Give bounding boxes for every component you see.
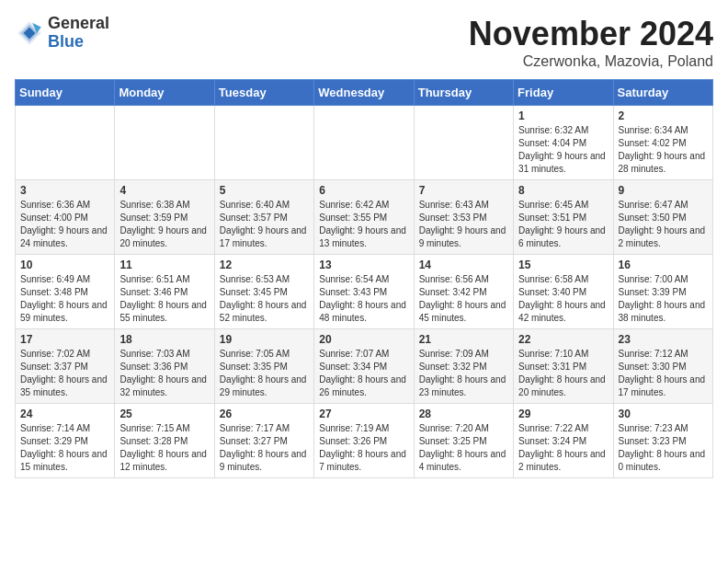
day-number: 13 (319, 259, 408, 271)
day-info: Sunrise: 6:34 AM Sunset: 4:02 PM Dayligh… (619, 124, 708, 176)
day-info: Sunrise: 6:40 AM Sunset: 3:57 PM Dayligh… (220, 199, 309, 250)
day-info: Sunrise: 6:45 AM Sunset: 3:51 PM Dayligh… (518, 199, 608, 250)
day-info: Sunrise: 6:47 AM Sunset: 3:50 PM Dayligh… (619, 199, 708, 250)
day-number: 1 (518, 109, 608, 122)
day-number: 20 (319, 333, 408, 346)
day-number: 23 (619, 333, 708, 346)
calendar-cell (214, 106, 313, 180)
calendar-cell: 17Sunrise: 7:02 AM Sunset: 3:37 PM Dayli… (16, 329, 115, 404)
day-info: Sunrise: 6:54 AM Sunset: 3:43 PM Dayligh… (319, 273, 408, 325)
calendar-cell: 7Sunrise: 6:43 AM Sunset: 3:53 PM Daylig… (414, 180, 513, 255)
day-number: 11 (119, 259, 209, 271)
day-info: Sunrise: 6:36 AM Sunset: 4:00 PM Dayligh… (20, 199, 109, 250)
calendar-cell: 12Sunrise: 6:53 AM Sunset: 3:45 PM Dayli… (214, 255, 313, 329)
calendar-cell: 28Sunrise: 7:20 AM Sunset: 3:25 PM Dayli… (414, 404, 513, 478)
calendar-cell: 26Sunrise: 7:17 AM Sunset: 3:27 PM Dayli… (214, 404, 313, 478)
day-number: 5 (220, 184, 309, 197)
logo: General Blue (15, 15, 109, 52)
calendar-cell: 23Sunrise: 7:12 AM Sunset: 3:30 PM Dayli… (613, 329, 712, 404)
day-info: Sunrise: 7:00 AM Sunset: 3:39 PM Dayligh… (619, 273, 708, 325)
day-number: 16 (619, 259, 708, 271)
month-title: November 2024 (469, 15, 713, 53)
calendar-cell: 4Sunrise: 6:38 AM Sunset: 3:59 PM Daylig… (115, 180, 214, 255)
calendar-cell: 19Sunrise: 7:05 AM Sunset: 3:35 PM Dayli… (214, 329, 313, 404)
col-header-wednesday: Wednesday (314, 80, 414, 106)
day-info: Sunrise: 7:02 AM Sunset: 3:37 PM Dayligh… (20, 348, 109, 399)
day-info: Sunrise: 6:49 AM Sunset: 3:48 PM Dayligh… (20, 273, 109, 325)
day-number: 12 (220, 259, 309, 271)
day-number: 19 (220, 333, 309, 346)
calendar-cell: 30Sunrise: 7:23 AM Sunset: 3:23 PM Dayli… (613, 404, 712, 478)
day-info: Sunrise: 7:10 AM Sunset: 3:31 PM Dayligh… (518, 348, 608, 399)
day-number: 6 (319, 184, 408, 197)
day-info: Sunrise: 6:53 AM Sunset: 3:45 PM Dayligh… (220, 273, 309, 325)
calendar-cell: 14Sunrise: 6:56 AM Sunset: 3:42 PM Dayli… (414, 255, 513, 329)
col-header-sunday: Sunday (16, 80, 115, 106)
calendar-cell: 6Sunrise: 6:42 AM Sunset: 3:55 PM Daylig… (314, 180, 414, 255)
day-number: 15 (518, 259, 608, 271)
day-info: Sunrise: 7:14 AM Sunset: 3:29 PM Dayligh… (20, 422, 109, 474)
day-info: Sunrise: 6:51 AM Sunset: 3:46 PM Dayligh… (119, 273, 209, 325)
calendar-cell: 3Sunrise: 6:36 AM Sunset: 4:00 PM Daylig… (16, 180, 115, 255)
day-number: 24 (20, 408, 109, 420)
calendar-cell: 24Sunrise: 7:14 AM Sunset: 3:29 PM Dayli… (16, 404, 115, 478)
day-info: Sunrise: 7:20 AM Sunset: 3:25 PM Dayligh… (419, 422, 508, 474)
day-info: Sunrise: 7:03 AM Sunset: 3:36 PM Dayligh… (119, 348, 209, 399)
day-number: 3 (20, 184, 109, 197)
day-info: Sunrise: 7:09 AM Sunset: 3:32 PM Dayligh… (419, 348, 508, 399)
day-number: 14 (419, 259, 508, 271)
calendar-cell: 18Sunrise: 7:03 AM Sunset: 3:36 PM Dayli… (115, 329, 214, 404)
col-header-friday: Friday (514, 80, 613, 106)
day-info: Sunrise: 7:23 AM Sunset: 3:23 PM Dayligh… (619, 422, 708, 474)
day-info: Sunrise: 6:43 AM Sunset: 3:53 PM Dayligh… (419, 199, 508, 250)
day-number: 7 (419, 184, 508, 197)
day-number: 18 (119, 333, 209, 346)
day-info: Sunrise: 6:56 AM Sunset: 3:42 PM Dayligh… (419, 273, 508, 325)
day-info: Sunrise: 6:42 AM Sunset: 3:55 PM Dayligh… (319, 199, 408, 250)
logo-icon (15, 18, 44, 48)
day-number: 17 (20, 333, 109, 346)
calendar-cell: 11Sunrise: 6:51 AM Sunset: 3:46 PM Dayli… (115, 255, 214, 329)
calendar-cell: 20Sunrise: 7:07 AM Sunset: 3:34 PM Dayli… (314, 329, 414, 404)
calendar-cell: 1Sunrise: 6:32 AM Sunset: 4:04 PM Daylig… (514, 106, 613, 180)
day-number: 10 (20, 259, 109, 271)
day-number: 29 (518, 408, 608, 420)
calendar-cell: 9Sunrise: 6:47 AM Sunset: 3:50 PM Daylig… (613, 180, 712, 255)
day-number: 28 (419, 408, 508, 420)
calendar-cell (314, 106, 414, 180)
day-number: 4 (119, 184, 209, 197)
day-number: 21 (419, 333, 508, 346)
day-number: 2 (619, 109, 708, 122)
col-header-saturday: Saturday (613, 80, 712, 106)
calendar-cell: 5Sunrise: 6:40 AM Sunset: 3:57 PM Daylig… (214, 180, 313, 255)
calendar-cell: 25Sunrise: 7:15 AM Sunset: 3:28 PM Dayli… (115, 404, 214, 478)
day-info: Sunrise: 7:15 AM Sunset: 3:28 PM Dayligh… (119, 422, 209, 474)
title-block: November 2024 Czerwonka, Mazovia, Poland (469, 15, 713, 70)
calendar-cell (16, 106, 115, 180)
calendar-cell: 22Sunrise: 7:10 AM Sunset: 3:31 PM Dayli… (514, 329, 613, 404)
day-info: Sunrise: 7:22 AM Sunset: 3:24 PM Dayligh… (518, 422, 608, 474)
day-number: 26 (220, 408, 309, 420)
day-number: 30 (619, 408, 708, 420)
col-header-tuesday: Tuesday (214, 80, 313, 106)
location-subtitle: Czerwonka, Mazovia, Poland (469, 53, 713, 70)
day-info: Sunrise: 6:32 AM Sunset: 4:04 PM Dayligh… (518, 124, 608, 176)
day-info: Sunrise: 6:38 AM Sunset: 3:59 PM Dayligh… (119, 199, 209, 250)
calendar-cell (414, 106, 513, 180)
day-info: Sunrise: 7:05 AM Sunset: 3:35 PM Dayligh… (220, 348, 309, 399)
calendar-cell: 27Sunrise: 7:19 AM Sunset: 3:26 PM Dayli… (314, 404, 414, 478)
day-number: 25 (119, 408, 209, 420)
col-header-monday: Monday (115, 80, 214, 106)
day-info: Sunrise: 7:07 AM Sunset: 3:34 PM Dayligh… (319, 348, 408, 399)
calendar-cell: 13Sunrise: 6:54 AM Sunset: 3:43 PM Dayli… (314, 255, 414, 329)
day-number: 27 (319, 408, 408, 420)
day-info: Sunrise: 7:19 AM Sunset: 3:26 PM Dayligh… (319, 422, 408, 474)
page-header: General Blue November 2024 Czerwonka, Ma… (15, 15, 713, 70)
logo-text: General Blue (48, 15, 109, 52)
col-header-thursday: Thursday (414, 80, 513, 106)
calendar-cell: 10Sunrise: 6:49 AM Sunset: 3:48 PM Dayli… (16, 255, 115, 329)
day-info: Sunrise: 6:58 AM Sunset: 3:40 PM Dayligh… (518, 273, 608, 325)
calendar-cell: 16Sunrise: 7:00 AM Sunset: 3:39 PM Dayli… (613, 255, 712, 329)
calendar-cell: 8Sunrise: 6:45 AM Sunset: 3:51 PM Daylig… (514, 180, 613, 255)
day-number: 8 (518, 184, 608, 197)
